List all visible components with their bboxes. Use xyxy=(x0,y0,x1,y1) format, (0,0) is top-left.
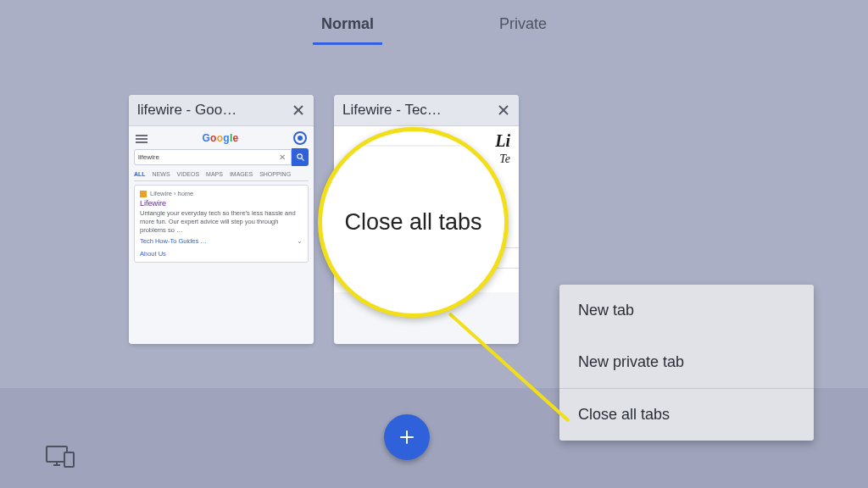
search-button xyxy=(292,148,309,166)
magnifier-callout: Close all tabs xyxy=(318,127,509,318)
nav-item: SHOPPING xyxy=(259,171,291,177)
tab-card-header: Lifewire - Tec… xyxy=(334,95,519,126)
mode-tabs: Normal Private xyxy=(0,10,868,42)
menu-item-close-all-tabs[interactable]: Close all tabs xyxy=(559,389,814,441)
svg-line-3 xyxy=(301,158,303,161)
nav-item: NEWS xyxy=(153,171,170,177)
chevron-down-icon: ⌄ xyxy=(297,237,303,245)
close-icon[interactable] xyxy=(497,103,510,117)
search-query: lifewire xyxy=(138,153,277,161)
svg-rect-11 xyxy=(64,452,74,467)
nav-item: IMAGES xyxy=(230,171,253,177)
plus-icon xyxy=(397,427,417,447)
new-tab-fab[interactable] xyxy=(384,414,430,460)
tab-private[interactable]: Private xyxy=(496,10,550,42)
context-menu: New tab New private tab Close all tabs xyxy=(559,285,814,441)
profile-icon xyxy=(293,131,307,145)
nav-item: VIDEOS xyxy=(177,171,199,177)
menu-icon xyxy=(136,133,147,143)
result-about: About Us xyxy=(140,250,303,258)
search-input: lifewire ✕ xyxy=(134,149,292,165)
close-icon[interactable] xyxy=(292,103,305,117)
search-result: Lifewire › home Lifewire Untangle your e… xyxy=(134,185,309,263)
devices-icon[interactable] xyxy=(46,446,75,471)
nav-item: ALL xyxy=(134,171,146,177)
callout-text: Close all tabs xyxy=(344,209,481,236)
result-title: Lifewire xyxy=(140,199,303,208)
tab-card-title: lifewire - Goo… xyxy=(137,102,236,119)
clear-icon: ✕ xyxy=(277,152,287,162)
tab-card-header: lifewire - Goo… xyxy=(129,95,314,126)
tab-normal[interactable]: Normal xyxy=(318,10,377,42)
tab-card[interactable]: lifewire - Goo… Google lifewire ✕ ALL NE… xyxy=(129,95,314,344)
menu-item-new-tab[interactable]: New tab xyxy=(559,285,814,336)
nav-item: MAPS xyxy=(206,171,223,177)
svg-point-2 xyxy=(297,154,302,159)
result-source: Lifewire › home xyxy=(150,190,193,197)
favicon-icon xyxy=(140,191,147,197)
tab-card-preview: Google lifewire ✕ ALL NEWS VIDEOS MAPS I… xyxy=(129,126,314,344)
result-description: Untangle your everyday tech so there's l… xyxy=(140,209,303,234)
menu-item-new-private-tab[interactable]: New private tab xyxy=(559,336,814,388)
result-sublink: Tech How-To Guides …⌄ xyxy=(140,237,303,245)
google-logo: Google xyxy=(202,132,238,144)
tab-card-title: Lifewire - Tec… xyxy=(342,102,442,119)
search-nav: ALL NEWS VIDEOS MAPS IMAGES SHOPPING xyxy=(134,169,309,181)
